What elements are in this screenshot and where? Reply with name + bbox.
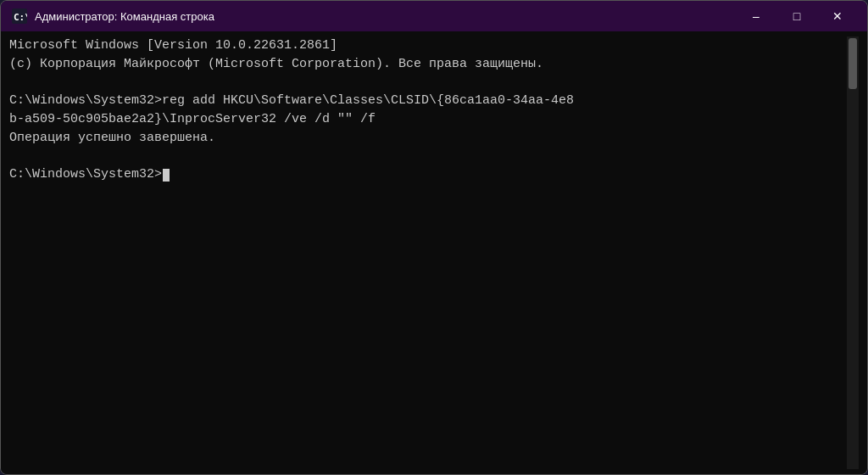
console-line xyxy=(9,148,847,166)
maximize-button[interactable]: □ xyxy=(777,1,816,31)
close-button[interactable]: ✕ xyxy=(818,1,857,31)
window-title: Администратор: Командная строка xyxy=(35,10,737,23)
console-line xyxy=(9,74,847,92)
console-body[interactable]: Microsoft Windows [Version 10.0.22631.28… xyxy=(1,31,867,474)
cursor xyxy=(163,169,170,182)
svg-text:C:\: C:\ xyxy=(14,12,27,23)
console-line: Операция успешно завершена. xyxy=(9,129,847,148)
console-content: Microsoft Windows [Version 10.0.22631.28… xyxy=(9,36,847,469)
title-bar: C:\ Администратор: Командная строка – □ … xyxy=(1,1,867,31)
console-line: (с) Корпорация Майкрософт (Microsoft Cor… xyxy=(9,55,847,74)
console-line: b-a509-50c905bae2a2}\InprocServer32 /ve … xyxy=(9,110,847,129)
scrollbar-thumb[interactable] xyxy=(849,38,857,89)
cmd-window: C:\ Администратор: Командная строка – □ … xyxy=(0,0,868,475)
cmd-icon: C:\ xyxy=(11,8,28,25)
console-line: Microsoft Windows [Version 10.0.22631.28… xyxy=(9,36,847,55)
console-line: C:\Windows\System32>reg add HKCU\Softwar… xyxy=(9,92,847,110)
minimize-button[interactable]: – xyxy=(737,1,776,31)
console-line: C:\Windows\System32> xyxy=(9,165,847,184)
window-controls: – □ ✕ xyxy=(737,1,857,31)
scrollbar[interactable] xyxy=(847,36,859,469)
